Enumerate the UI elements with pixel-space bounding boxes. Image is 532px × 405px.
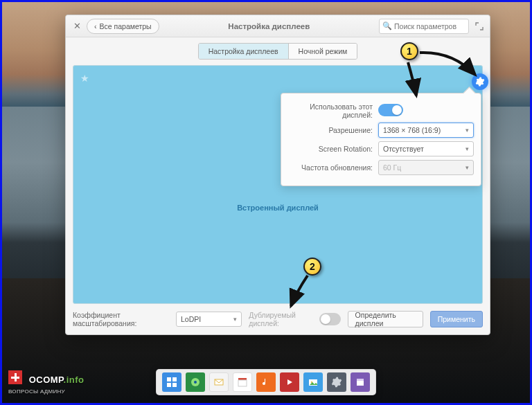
annotation-badge-1: 1 — [400, 42, 418, 60]
use-display-label: Использовать этот дисплей: — [288, 102, 378, 119]
rotation-value: Отсутствует — [383, 145, 424, 153]
chevron-down-icon: ▾ — [466, 145, 469, 152]
chevron-down-icon: ▾ — [466, 127, 469, 134]
tab-displays[interactable]: Настройка дисплеев — [199, 44, 288, 59]
mirror-displays-group: Дублируемый дисплей: — [249, 311, 340, 327]
resolution-select[interactable]: 1368 × 768 (16:9) ▾ — [378, 123, 474, 138]
apply-button[interactable]: Применить — [430, 311, 483, 327]
search-field[interactable]: 🔍 — [379, 19, 469, 34]
resolution-label: Разрешение: — [288, 126, 378, 134]
settings-icon[interactable] — [327, 372, 346, 392]
chevron-down-icon: ▾ — [233, 316, 237, 323]
refresh-value: 60 Гц — [383, 163, 401, 172]
display-name-label: Встроенный дисплей — [237, 204, 319, 212]
apps-icon[interactable] — [162, 372, 181, 392]
scale-factor-select[interactable]: LoDPI ▾ — [176, 312, 242, 327]
svg-point-5 — [194, 381, 197, 384]
software-icon[interactable] — [351, 372, 370, 392]
window-title: Настройка дисплеев — [159, 22, 379, 30]
watermark-plus-icon — [8, 370, 22, 384]
tab-night-light[interactable]: Ночной режим — [288, 44, 357, 59]
mirror-label: Дублируемый дисплей: — [249, 311, 315, 327]
svg-rect-2 — [167, 383, 171, 387]
annotation-arrow-2 — [287, 274, 314, 312]
refresh-label: Частота обновления: — [288, 163, 378, 172]
photos-icon[interactable] — [303, 372, 323, 392]
refresh-select: 60 Гц ▾ — [378, 160, 474, 175]
titlebar: ✕ ‹ Все параметры Настройка дисплеев 🔍 — [66, 15, 490, 37]
scale-factor-value: LoDPI — [181, 315, 201, 323]
mirror-displays-toggle[interactable] — [319, 313, 340, 325]
rotation-select[interactable]: Отсутствует ▾ — [378, 141, 474, 156]
annotation-arrow-1a — [418, 48, 481, 86]
primary-star-icon: ★ — [80, 73, 89, 84]
bottom-toolbar: Коэффициент масштабирования: LoDPI ▾ Дуб… — [66, 304, 490, 334]
detect-displays-button[interactable]: Определить дисплеи — [348, 311, 423, 327]
watermark-tld: .info — [64, 375, 85, 385]
close-button[interactable]: ✕ — [70, 19, 84, 33]
music-icon[interactable] — [256, 372, 276, 392]
search-icon: 🔍 — [382, 21, 392, 30]
svg-rect-11 — [357, 381, 364, 386]
maximize-button[interactable] — [473, 20, 486, 33]
chevron-down-icon: ▾ — [466, 164, 469, 171]
back-label: Все параметры — [100, 22, 152, 30]
watermark: OCOMP.info ВОПРОСЫ АДМИНУ — [8, 369, 85, 395]
calendar-icon[interactable] — [233, 372, 252, 392]
browser-icon[interactable] — [186, 372, 205, 392]
mail-icon[interactable] — [209, 372, 229, 392]
svg-rect-12 — [357, 379, 364, 381]
svg-rect-8 — [238, 380, 247, 386]
watermark-name: OCOMP — [29, 375, 64, 385]
scale-factor-label: Коэффициент масштабирования: — [73, 311, 169, 327]
use-display-toggle[interactable] — [378, 104, 403, 116]
svg-rect-3 — [172, 383, 177, 387]
rotation-label: Screen Rotation: — [288, 145, 378, 153]
all-settings-button[interactable]: ‹ Все параметры — [87, 19, 159, 34]
dock — [156, 369, 376, 395]
svg-rect-0 — [167, 377, 171, 381]
annotation-arrow-1b — [393, 61, 427, 102]
resolution-value: 1368 × 768 (16:9) — [383, 126, 441, 134]
search-input[interactable] — [394, 22, 466, 30]
videos-icon[interactable] — [280, 372, 299, 392]
watermark-tagline: ВОПРОСЫ АДМИНУ — [8, 388, 65, 395]
svg-rect-1 — [172, 377, 177, 381]
annotation-badge-2: 2 — [303, 258, 321, 276]
display-settings-popover: Использовать этот дисплей: Разрешение: 1… — [281, 93, 481, 186]
